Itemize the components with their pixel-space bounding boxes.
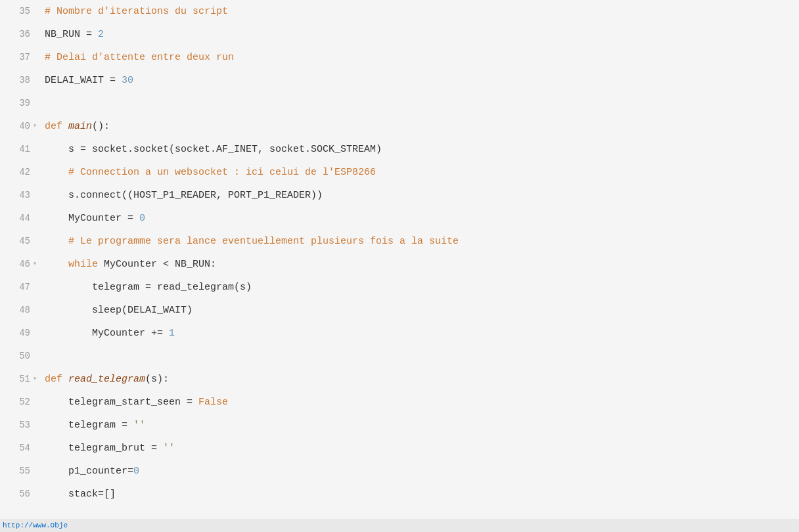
line-number: 44 [0,207,41,229]
token-plain: stack=[] [45,489,116,500]
token-plain: s.connect((HOST_P1_READER, PORT_P1_READE… [45,190,323,201]
line-content: NB_RUN = 2 [41,24,799,46]
token-plain: = [104,75,122,86]
line-content: # Delai d'attente entre deux run [41,47,799,69]
fold-arrow-icon[interactable]: ▾ [33,253,37,275]
line-content: stack=[] [41,483,799,506]
line-content: # Connection a un websocket : ici celui … [41,162,799,184]
line-content [41,345,799,368]
token-plain: telegram = [45,420,133,431]
token-comment: # Nombre d'iterations du script [45,6,228,17]
token-def-keyword: def [45,121,68,132]
token-comment: # Delai d'attente entre deux run [45,52,234,63]
line-content: telegram = '' [41,414,799,437]
token-plain: (s): [145,374,169,385]
code-line: 53 telegram = '' [0,414,799,437]
line-number: 35 [0,0,41,22]
code-line: 49 MyCounter += 1 [0,322,799,345]
code-line: 44 MyCounter = 0 [0,207,799,230]
line-number: 38 [0,69,41,91]
code-editor: 35# Nombre d'iterations du script36NB_RU… [0,0,799,532]
token-number: 30 [122,75,133,86]
token-plain: MyCounter = [45,213,139,224]
line-content: def read_telegram(s): [41,368,799,391]
line-number: 52 [0,391,41,413]
code-line: 39 [0,92,799,115]
code-line: 56 stack=[] [0,483,799,506]
token-plain: telegram = read_telegram(s) [45,282,252,293]
line-number: 50 [0,345,41,367]
token-function-name: main [68,121,92,132]
line-number: 47 [0,276,41,298]
fold-arrow-icon[interactable]: ▾ [33,115,37,137]
status-url: http://www.Obje [3,514,68,532]
line-content: while MyCounter < NB_RUN: [41,254,799,276]
line-number: 49 [0,322,41,344]
line-number: 45 [0,230,41,252]
code-line: 43 s.connect((HOST_P1_READER, PORT_P1_RE… [0,184,799,207]
line-content: telegram_start_seen = False [41,391,799,414]
token-comment: # Connection a un websocket : ici celui … [45,167,376,178]
token-string: '' [133,420,145,431]
line-content: p1_counter=0 [41,460,799,483]
code-line: 46▾ while MyCounter < NB_RUN: [0,253,799,276]
code-line: 52 telegram_start_seen = False [0,391,799,414]
token-plain: telegram_brut = [45,443,163,454]
line-number: 37 [0,46,41,68]
line-content: s.connect((HOST_P1_READER, PORT_P1_READE… [41,185,799,207]
line-number: 39 [0,92,41,114]
code-line: 41 s = socket.socket(socket.AF_INET, soc… [0,138,799,161]
line-content: MyCounter = 0 [41,208,799,230]
code-line: 47 telegram = read_telegram(s) [0,276,799,299]
line-number: 54 [0,437,41,459]
line-content: telegram = read_telegram(s) [41,277,799,299]
line-content: def main(): [41,116,799,138]
line-content: # Nombre d'iterations du script [41,1,799,23]
line-content: s = socket.socket(socket.AF_INET, socket… [41,139,799,161]
line-content: telegram_brut = '' [41,437,799,460]
token-plain: = [80,29,98,40]
line-number: 53 [0,414,41,436]
line-number: 42 [0,161,41,183]
line-content: sleep(DELAI_WAIT) [41,299,799,322]
code-line: 51▾def read_telegram(s): [0,368,799,391]
line-number: 43 [0,184,41,206]
token-variable: NB_RUN [45,29,80,40]
line-number: 40▾ [0,115,41,137]
token-string: '' [163,443,175,454]
line-number: 46▾ [0,253,41,275]
token-number: 0 [139,213,145,224]
code-line: 36NB_RUN = 2 [0,23,799,46]
code-line: 35# Nombre d'iterations du script [0,0,799,23]
token-def-keyword: def [45,374,68,385]
line-content [41,93,799,115]
token-plain: telegram_start_seen = [45,397,198,408]
code-line: 42 # Connection a un websocket : ici cel… [0,161,799,184]
token-number: 2 [98,29,104,40]
code-line: 40▾def main(): [0,115,799,138]
token-number: 1 [169,328,175,339]
line-number: 55 [0,460,41,482]
line-content: MyCounter += 1 [41,322,799,345]
code-line: 54 telegram_brut = '' [0,437,799,460]
code-line: 45 # Le programme sera lance eventuellem… [0,230,799,253]
token-comment: # Le programme sera lance eventuellement… [45,236,459,247]
code-line: 37# Delai d'attente entre deux run [0,46,799,69]
token-number: 0 [133,466,139,477]
code-line: 48 sleep(DELAI_WAIT) [0,299,799,322]
code-line: 38DELAI_WAIT = 30 [0,69,799,92]
line-number: 48 [0,299,41,321]
token-plain: MyCounter < NB_RUN: [98,259,216,270]
token-plain: p1_counter= [45,466,133,477]
fold-arrow-icon[interactable]: ▾ [33,368,37,390]
line-number: 51▾ [0,368,41,390]
token-keyword: while [45,259,98,270]
token-plain: sleep(DELAI_WAIT) [45,305,193,316]
token-variable: DELAI_WAIT [45,75,104,86]
token-plain: (): [92,121,110,132]
status-bar: http://www.Obje [0,519,799,532]
line-number: 56 [0,483,41,505]
code-line: 50 [0,345,799,368]
line-content: # Le programme sera lance eventuellement… [41,231,799,253]
token-false-val: False [198,397,228,408]
